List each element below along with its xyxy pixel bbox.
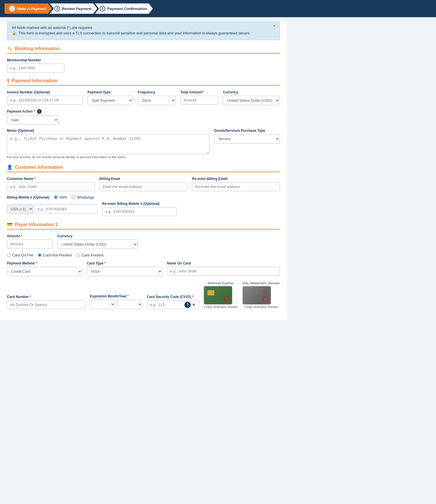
frequency-select[interactable]: Once Monthly Weekly [138,96,176,105]
membership-number-group: Membership Number [7,58,64,72]
payment-action-label: Payment Action * i [7,109,59,114]
total-amount-group: Total Amount* [180,90,219,105]
re-mobile-input[interactable] [102,207,177,216]
customer-name-required: * [34,177,36,181]
whatsapp-radio[interactable] [72,195,75,199]
invoice-number-label: Invoice Number (Optional) [7,90,83,94]
expiration-required: * [127,294,129,298]
payer-currency-group: Currency United States Dollar (USD) Euro… [57,234,138,249]
name-on-card-group: Name On Card [167,261,280,276]
card-images-section: American Express 4 Digit Verification Nu… [204,280,280,309]
frequency-group: Frequency Once Monthly Weekly [138,90,176,105]
card-number-input[interactable] [7,300,85,309]
amex-verification-label: 4 Digit Verification Number [204,305,238,309]
payer-amount-row: Amount * Currency United States Dollar (… [7,234,280,249]
card-on-file-radio[interactable] [7,253,11,257]
payment-info-title: Payment Information [12,78,57,83]
cvv-visibility-button[interactable]: 👁 [191,302,197,308]
mobile-number-input[interactable] [34,205,98,213]
step-2-label: Review Payment [62,7,92,11]
invoice-number-input[interactable] [7,96,83,105]
card-not-present-label[interactable]: Card Not Present [38,253,72,257]
visa-card-label: Visa, Mastercard, Discover [242,281,280,285]
memo-label: Memo (Optional) [7,129,209,133]
memo-group: Memo (Optional) For your security, do no… [7,129,209,159]
payer-currency-select[interactable]: United States Dollar (USD) Euro (EUR) [57,240,138,249]
step-1[interactable]: 1 Make A Payment [5,3,52,14]
re-billing-email-input[interactable] [192,182,280,191]
visa-card-visual [242,286,271,305]
card-type-select[interactable]: VISA Mastercard Amex Discover [87,267,162,276]
step-1-label: Make A Payment [17,7,46,11]
billing-email-input[interactable] [100,182,188,191]
cvv-help-button[interactable]: ? [184,302,191,308]
expiration-year-select[interactable]: 2024 2025 2026 2027 2028 2029 2030 [117,300,142,309]
sms-radio-label[interactable]: SMS [54,195,67,199]
amex-cvv-indicator [224,296,230,302]
customer-name-input[interactable] [7,182,95,191]
card-presence-radio-group: Card On File Card Not Present Card Prese… [7,253,280,257]
payment-action-info-icon[interactable]: i [37,109,42,114]
country-code-select[interactable]: USA (+1) [7,204,33,214]
step-2[interactable]: 2 Review Payment [50,3,97,14]
payment-action-group: Payment Action * i Sale Authorization [7,109,59,125]
info-bar: ⌃ All fields marked with an asterisk (*)… [7,22,280,40]
payment-type-select[interactable]: Split Payment Full Payment [87,96,133,105]
card-not-present-radio[interactable] [38,253,42,257]
currency-select[interactable]: United States Dollar (USD) Euro (EUR) Br… [223,96,280,105]
memo-textarea[interactable] [7,134,209,154]
billing-mobile-label: Billing Mobile # (Optional) [7,195,49,199]
payer-amount-input[interactable] [7,240,53,248]
card-not-present-text: Card Not Present [43,253,72,257]
payment-type-label: Payment Type [87,90,133,94]
card-images: American Express 4 Digit Verification Nu… [204,281,280,309]
card-present-label[interactable]: Card Present [76,253,104,257]
total-amount-input[interactable] [180,96,219,105]
dollar-icon: $ [7,78,9,83]
whatsapp-radio-label[interactable]: WhatsApp [72,195,94,199]
required-note: All fields marked with an asterisk (*) a… [12,26,275,30]
booking-title: Booking Information [15,46,60,51]
payment-action-select[interactable]: Sale Authorization [7,115,59,125]
card-number-group: Card Number * [7,295,85,309]
goods-services-select[interactable]: Service Goods Other [214,134,280,144]
expiration-month-select[interactable]: 01 02 03 04 05 06 07 08 09 10 11 12 [90,300,115,309]
booking-section-header: 🏷️ Booking Information [7,46,280,54]
billing-email-group: Billing Email [100,177,188,191]
amex-card-visual [204,286,232,305]
billing-email-label: Billing Email [100,177,188,181]
total-amount-required: * [202,90,204,94]
card-type-required: * [104,261,106,265]
cvv-group: Card Security Code (CVV2) * ? 👁 [147,295,199,309]
membership-number-label: Membership Number [7,58,64,62]
visa-verification-label: 3 Digit Verification Number [242,305,280,309]
total-amount-label: Total Amount* [180,90,219,94]
card-on-file-label[interactable]: Card On File [7,253,33,257]
visa-cvv-indicator [263,296,268,302]
payment-method-select[interactable]: Credit Card Bank Transfer PayPal [7,267,82,276]
card-present-radio[interactable] [76,253,80,257]
memo-row: Memo (Optional) For your security, do no… [7,129,280,159]
goods-services-group: Goods/Services Purchase Type Service Goo… [214,129,280,144]
name-on-card-input[interactable] [167,267,280,276]
whatsapp-label: WhatsApp [77,195,94,199]
mobile-section: Billing Mobile # (Optional) SMS WhatsApp… [7,195,280,216]
security-note: 🔒 This form is encrypted and uses a TLS … [12,31,275,35]
step-2-number: 2 [54,6,60,11]
customer-name-row: Customer Name * Billing Email Re-enter B… [7,177,280,191]
sms-radio[interactable] [54,195,58,199]
invoice-number-group: Invoice Number (Optional) [7,90,83,105]
cvv-required: * [192,295,193,299]
payment-action-row: Payment Action * i Sale Authorization [7,109,280,125]
expiration-label: Expiration Month/Year * [90,294,142,298]
membership-number-input[interactable] [7,64,64,72]
collapse-button[interactable]: ⌃ [272,24,276,30]
step-1-number: 1 [9,6,15,11]
payer-amount-group: Amount * [7,234,53,249]
card-type-group: Card Type * VISA Mastercard Amex Discove… [87,261,162,276]
cvv-label: Card Security Code (CVV2) * [147,295,199,299]
step-3-number: 3 [100,6,105,11]
cvv-input[interactable] [149,301,184,308]
sms-whatsapp-radio-group: SMS WhatsApp [54,195,94,199]
step-3[interactable]: 3 Payment Confirmation [95,3,153,14]
